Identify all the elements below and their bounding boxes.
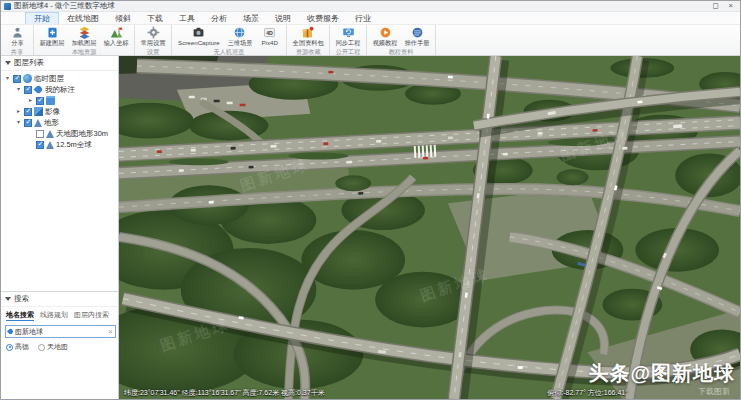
settings-button[interactable]: 常用设置 [138,26,168,48]
gear-icon [147,26,160,39]
input-coordinates-button[interactable]: 输入坐标 [101,26,131,48]
layer-checkbox[interactable] [36,130,44,138]
ribbon-button-label: 同步工程 [336,39,361,48]
sync-monitor-icon [342,26,355,39]
ribbon-group-share: 分享 共享 [1,25,34,55]
pix4d-button[interactable]: 4D Pix4D [257,26,283,46]
new-layer-icon [46,26,59,39]
ribbon-button-label: 视频教程 [373,39,398,48]
search-panel-header[interactable]: 搜索 [1,292,118,307]
clear-search-icon[interactable]: × [108,327,113,337]
layer-checkbox[interactable] [24,119,32,127]
ribbon-button-label: ScreenCapture [178,39,220,46]
expander-icon[interactable]: ▸ [27,95,34,106]
title-bar: 图新地球4 - 做个三维数字地球 ◻ × [1,1,740,12]
tab-route-planning[interactable]: 线路规划 [40,310,68,321]
collapse-icon [5,61,11,65]
layer-row[interactable]: 12.5m全球 [1,139,118,150]
expander-icon[interactable]: ▸ [15,106,22,117]
expander-icon[interactable]: ▾ [15,117,22,128]
search-providers: 高德 天地图 [1,340,118,354]
tab-help[interactable]: 说明 [267,12,299,24]
ribbon-button-label: 操作手册 [405,39,430,48]
map-viewport[interactable]: 图新地球 图新地球 图新地球 图新地球 纬度:23°07'31.46" 经度:1… [119,56,740,399]
layer-checkbox[interactable] [24,86,32,94]
expander-icon[interactable]: ▾ [4,73,11,84]
layers-panel-header[interactable]: 图层列表 [1,56,118,71]
layer-label: 地形 [44,118,59,128]
camera-readout: 俯仰:-82.77° 方位:166.41° [547,388,628,398]
channel-watermark: 头条@图新地球 [588,360,735,387]
layers-panel: 图层列表 ▾ 临时图层 ▾ 我的标注 [1,56,118,291]
window-title: 图新地球4 - 做个三维数字地球 [14,1,115,11]
search-tabs: 地名搜索 线路规划 图层内搜索 [1,307,118,323]
video-play-icon [379,26,392,39]
ribbon-button-label: 常用设置 [141,39,166,48]
new-layer-button[interactable]: 新建图层 [37,26,67,48]
globe-icon [23,74,32,83]
share-person-icon [11,26,24,39]
ribbon-toolbar: 分享 共享 新建图层 加载图层 输入坐标 本地资源 [1,25,740,56]
tab-scene[interactable]: 场景 [235,12,267,24]
layer-label: 天地图地形30m [56,129,108,139]
layer-checkbox[interactable] [36,97,44,105]
share-button[interactable]: 分享 [4,26,30,48]
layer-row[interactable]: ▾ 地形 [1,117,118,128]
ribbon-group-public-projects: 同步工程 公开工程 [330,25,367,55]
layer-row[interactable]: ▾ 我的标注 [1,84,118,95]
radio-icon [38,344,45,351]
collapse-icon [5,297,11,301]
app-logo-icon [4,3,11,10]
ribbon-group-resource-collection: 全国资料包 资源收藏 [287,25,331,55]
close-button[interactable]: × [729,1,733,11]
tab-oblique[interactable]: 倾斜 [107,12,139,24]
pin-icon [34,85,44,95]
layer-checkbox[interactable] [36,141,44,149]
tab-online-maps[interactable]: 在线地图 [59,12,107,24]
provider-tianditu[interactable]: 天地图 [38,342,68,352]
layer-label: 影像 [45,107,60,117]
manual-button[interactable]: 操作手册 [402,26,432,48]
map-canvas[interactable] [119,56,740,399]
ribbon-button-label: 输入坐标 [104,39,129,48]
video-tutorial-button[interactable]: 视频教程 [370,26,400,48]
scene-3d-button[interactable]: 三维场景 [225,26,255,48]
ribbon-group-name: 本地资源 [39,48,128,58]
ribbon-button-label: 新建图层 [40,39,65,48]
terrain-icon [46,130,54,138]
layer-checkbox[interactable] [13,75,21,83]
tab-download[interactable]: 下载 [139,12,171,24]
channel-watermark-sub: 下载图新 [698,386,730,397]
screencapture-button[interactable]: ScreenCapture [175,26,223,46]
manual-book-icon [411,26,424,39]
mountain-flag-icon [110,26,123,39]
provider-gaode[interactable]: 高德 [6,342,29,352]
tab-place-search[interactable]: 地名搜索 [6,310,34,321]
layer-checkbox[interactable] [24,108,32,116]
menu-bar: 开始 在线地图 倾斜 下载 工具 分析 场景 说明 收费服务 行业 [1,12,740,25]
ribbon-button-label: 全国资料包 [293,39,324,48]
imagery-icon [34,107,43,116]
pix4d-icon: 4D [263,26,276,39]
national-data-pack-button[interactable]: 全国资料包 [290,26,327,48]
load-layer-button[interactable]: 加载图层 [69,26,99,48]
ribbon-group-settings: 常用设置 设置 [135,25,172,55]
tab-start[interactable]: 开始 [25,12,59,24]
tab-tools[interactable]: 工具 [171,12,203,24]
expander-icon[interactable]: ▾ [15,84,22,95]
tab-paid-services[interactable]: 收费服务 [299,12,347,24]
ribbon-button-label: Pix4D [261,39,277,46]
tab-industry[interactable]: 行业 [347,12,379,24]
tab-analysis[interactable]: 分析 [203,12,235,24]
maximize-button[interactable]: ◻ [712,1,718,11]
layer-row[interactable]: ▸ 影像 [1,106,118,117]
ribbon-group-local-resources: 新建图层 加载图层 输入坐标 本地资源 [34,25,135,55]
layer-row[interactable]: ▾ 临时图层 [1,73,118,84]
tab-layer-search[interactable]: 图层内搜索 [74,310,109,321]
sync-project-button[interactable]: 同步工程 [333,26,363,48]
ribbon-button-label: 分享 [11,39,23,48]
layer-row[interactable]: 天地图地形30m [1,128,118,139]
search-input-wrap: × [5,325,116,338]
layer-row[interactable]: ▸ [1,95,118,106]
search-input[interactable] [15,328,106,335]
